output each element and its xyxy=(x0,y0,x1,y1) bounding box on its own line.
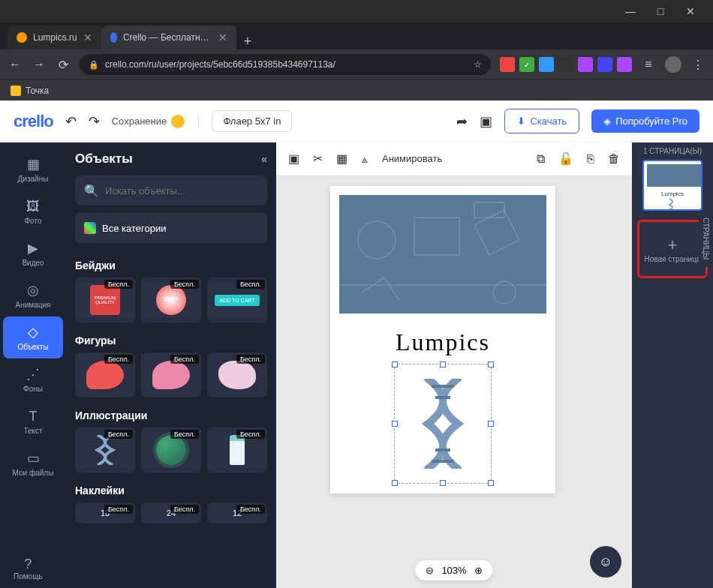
selected-element[interactable] xyxy=(394,364,492,484)
new-page-button[interactable]: + Новая страница xyxy=(637,220,708,278)
ext-icon[interactable] xyxy=(539,57,554,72)
resize-handle[interactable] xyxy=(392,362,398,368)
kebab-icon[interactable]: ⋮ xyxy=(690,58,705,72)
rail-animation[interactable]: ◎Анимация xyxy=(3,274,63,316)
undo-button[interactable]: ↶ xyxy=(65,113,77,130)
reload-button[interactable]: ⟳ xyxy=(56,58,71,72)
lock-icon[interactable]: 🔓 xyxy=(558,152,573,166)
bookmark-item[interactable]: Точка xyxy=(26,86,49,96)
shape-thumb[interactable]: Беспл. xyxy=(75,352,135,398)
side-rail: ▦Дизайны 🖼Фото ▶Видео ◎Анимация ◇Объекты… xyxy=(0,142,66,588)
layers-icon[interactable]: ⧉ xyxy=(537,152,545,166)
folder-icon xyxy=(11,86,21,96)
section-shapes[interactable]: Фигуры xyxy=(75,334,267,346)
ext-icon[interactable] xyxy=(578,57,593,72)
illust-thumb[interactable]: Беспл. xyxy=(207,428,267,472)
ext-icon[interactable]: ✓ xyxy=(519,57,534,72)
pages-tab[interactable]: СТРАНИЦЫ xyxy=(699,210,713,267)
add-image-icon[interactable]: ▣ xyxy=(288,152,299,166)
resize-handle[interactable] xyxy=(488,362,494,368)
objects-panel: Объекты« 🔍 Все категории Бейджи Беспл.PR… xyxy=(66,142,276,588)
rail-help[interactable]: ?Помощь xyxy=(14,556,43,580)
url-field[interactable]: 🔒 crello.com/ru/user/projects/5ebc66d519… xyxy=(80,54,491,75)
document-type[interactable]: Флаер 5x7 in xyxy=(212,110,292,132)
address-bar: ← → ⟳ 🔒 crello.com/ru/user/projects/5ebc… xyxy=(0,50,713,80)
back-button[interactable]: ← xyxy=(8,58,23,71)
rail-text[interactable]: TТекст xyxy=(3,400,63,442)
flip-icon[interactable]: ⟁ xyxy=(361,152,369,166)
animate-button[interactable]: Анимировать xyxy=(382,153,442,164)
favicon xyxy=(17,32,27,43)
zoom-in-button[interactable]: ⊕ xyxy=(474,565,483,576)
try-pro-button[interactable]: ◈ Попробуйте Pro xyxy=(591,110,699,133)
ext-icon[interactable] xyxy=(597,57,612,72)
rail-video[interactable]: ▶Видео xyxy=(3,232,63,274)
transparency-icon[interactable]: ▦ xyxy=(336,152,347,166)
copy-icon[interactable]: ⎘ xyxy=(587,152,594,166)
window-maximize[interactable]: □ xyxy=(645,5,675,17)
ext-icon[interactable] xyxy=(500,57,515,72)
delete-icon[interactable]: 🗑 xyxy=(608,152,620,166)
star-icon[interactable]: ☆ xyxy=(474,59,482,70)
rail-photos[interactable]: 🖼Фото xyxy=(3,190,63,232)
resize-handle[interactable] xyxy=(392,480,398,486)
extensions: ✓ xyxy=(500,57,632,72)
ext-icon[interactable] xyxy=(617,57,632,72)
badge-thumb[interactable]: Беспл.ADD TO CART xyxy=(207,278,267,322)
close-icon[interactable]: ✕ xyxy=(218,32,227,44)
rail-files[interactable]: ▭Мои файлы xyxy=(3,442,63,484)
resize-handle[interactable] xyxy=(488,421,494,427)
design-canvas[interactable]: Lumpics xyxy=(330,186,555,494)
rail-backgrounds[interactable]: ⋰Фоны xyxy=(3,358,63,400)
save-status: Сохранение xyxy=(112,115,185,128)
forward-button[interactable]: → xyxy=(32,58,47,71)
window-minimize[interactable]: — xyxy=(615,5,645,17)
profile-avatar[interactable] xyxy=(665,56,681,73)
category-select[interactable]: Все категории xyxy=(75,213,267,243)
present-icon[interactable]: ▣ xyxy=(480,113,492,130)
resize-handle[interactable] xyxy=(440,362,446,368)
illust-thumb[interactable]: Беспл. xyxy=(75,428,135,472)
resize-handle[interactable] xyxy=(440,480,446,486)
shape-thumb[interactable]: Беспл. xyxy=(141,352,201,398)
rail-objects[interactable]: ◇Объекты xyxy=(3,316,63,358)
browser-tab-crello[interactable]: Crello — Бесплатный инструмен ✕ xyxy=(101,26,236,50)
sticker-thumb[interactable]: 12Беспл. xyxy=(207,502,267,524)
chat-button[interactable]: ☺ xyxy=(590,546,621,578)
menu-icon[interactable]: ≡ xyxy=(641,58,656,71)
section-badges[interactable]: Бейджи xyxy=(75,260,267,272)
search-icon: 🔍 xyxy=(84,184,99,198)
window-close[interactable]: ✕ xyxy=(675,5,705,17)
download-button[interactable]: ⬇ Скачать xyxy=(504,109,579,134)
sticker-thumb[interactable]: 24Беспл. xyxy=(141,502,201,524)
badge-thumb[interactable]: Беспл.BEST xyxy=(141,278,201,322)
plus-icon: + xyxy=(668,236,678,255)
search-input[interactable]: 🔍 xyxy=(75,176,267,206)
resize-handle[interactable] xyxy=(488,480,494,486)
svg-rect-10 xyxy=(647,164,701,187)
section-illustrations[interactable]: Иллюстрации xyxy=(75,410,267,422)
shape-thumb[interactable]: Беспл. xyxy=(207,352,267,398)
rail-designs[interactable]: ▦Дизайны xyxy=(3,148,63,190)
crop-icon[interactable]: ✂ xyxy=(313,152,323,166)
share-icon[interactable]: ➦ xyxy=(456,113,468,130)
ext-icon[interactable] xyxy=(558,57,573,72)
page-thumbnail[interactable]: Lumpics xyxy=(642,160,702,211)
browser-tab-lumpics[interactable]: Lumpics.ru ✕ xyxy=(8,26,101,50)
zoom-out-button[interactable]: ⊖ xyxy=(426,565,434,576)
close-icon[interactable]: ✕ xyxy=(83,32,92,44)
crello-logo[interactable]: crello xyxy=(14,112,53,131)
new-tab-button[interactable]: + xyxy=(236,34,260,50)
zoom-level[interactable]: 103% xyxy=(441,565,466,576)
canvas-text[interactable]: Lumpics xyxy=(396,328,490,356)
section-stickers[interactable]: Наклейки xyxy=(75,484,267,496)
motion-icon: ◎ xyxy=(27,282,39,298)
resize-handle[interactable] xyxy=(392,421,398,427)
badge-thumb[interactable]: Беспл.PREMIUM QUALITY xyxy=(75,278,135,322)
redo-button[interactable]: ↷ xyxy=(89,113,100,130)
text-icon: T xyxy=(29,409,38,424)
illust-thumb[interactable]: Беспл. xyxy=(141,428,201,472)
sticker-thumb[interactable]: 10Беспл. xyxy=(75,502,135,524)
blueprint-image[interactable] xyxy=(339,195,546,314)
collapse-icon[interactable]: « xyxy=(261,153,267,165)
